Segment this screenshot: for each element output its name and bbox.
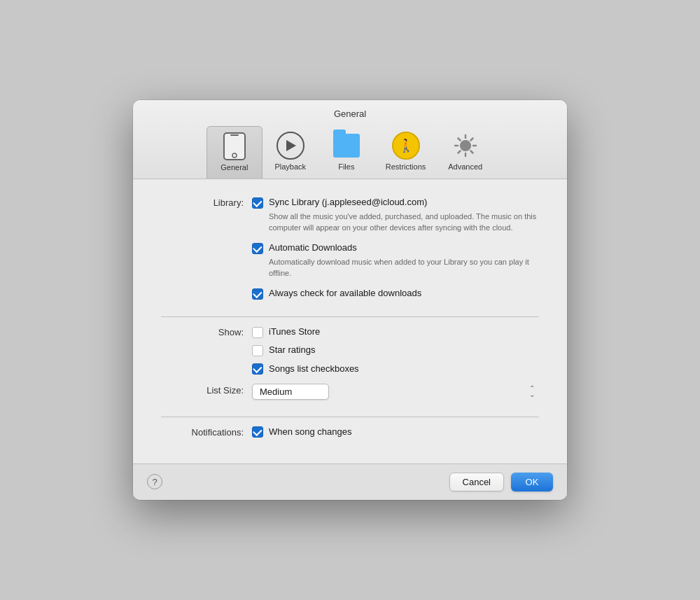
help-button[interactable]: ? (147, 474, 162, 489)
notifications-section: Notifications: When song changes (161, 426, 539, 447)
cancel-button[interactable]: Cancel (449, 473, 504, 491)
list-size-content: Small Medium Large (252, 384, 539, 400)
title-bar: General General Playback (133, 100, 567, 179)
tab-advanced-label: Advanced (448, 162, 482, 171)
show-section: Show: iTunes Store Star ratings (161, 326, 539, 408)
show-content: iTunes Store Star ratings Songs list che… (252, 326, 539, 375)
tab-files[interactable]: Files (318, 126, 374, 179)
songs-list-checkboxes-label: Songs list checkboxes (269, 363, 359, 375)
svg-line-9 (470, 151, 472, 153)
itunes-store-row: iTunes Store (252, 326, 539, 338)
list-size-select-wrapper: Small Medium Large (252, 384, 539, 400)
show-label: Show: (161, 326, 252, 337)
notifications-label: Notifications: (161, 426, 252, 438)
bottom-buttons: Cancel OK (449, 473, 553, 491)
svg-line-11 (458, 151, 460, 153)
show-field-row: Show: iTunes Store Star ratings (161, 326, 539, 375)
auto-downloads-row: Automatic Downloads (252, 242, 539, 254)
library-content: Sync Library (j.appleseed@icloud.com) Sh… (252, 196, 539, 300)
songs-list-checkboxes-checkbox[interactable] (252, 363, 263, 375)
when-song-changes-row: When song changes (252, 426, 539, 438)
when-song-changes-label: When song changes (269, 426, 352, 438)
itunes-store-checkbox[interactable] (252, 327, 263, 338)
tab-playback[interactable]: Playback (262, 126, 318, 179)
svg-point-3 (463, 143, 468, 148)
always-check-row: Always check for available downloads (252, 287, 539, 300)
auto-downloads-checkbox[interactable] (252, 243, 263, 254)
list-size-field-row: List Size: Small Medium Large (161, 384, 539, 400)
preferences-window: General General Playback (133, 100, 567, 500)
svg-rect-0 (224, 133, 245, 160)
sync-library-checkbox[interactable] (252, 197, 263, 209)
sync-library-row: Sync Library (j.appleseed@icloud.com) (252, 196, 539, 209)
restrictions-icon: 🚶 (392, 132, 420, 160)
divider-2 (161, 417, 539, 417)
sync-library-description: Show all the music you've added, purchas… (269, 211, 539, 233)
tab-general[interactable]: General (206, 126, 262, 179)
advanced-icon (451, 132, 479, 160)
list-size-label: List Size: (161, 384, 252, 396)
select-arrow-icon (529, 385, 535, 398)
library-label: Library: (161, 196, 252, 208)
playback-icon (276, 132, 304, 160)
tab-restrictions[interactable]: 🚶 Restrictions (374, 126, 437, 179)
auto-downloads-description: Automatically download music when added … (269, 257, 539, 279)
tab-files-label: Files (338, 162, 354, 171)
list-size-select[interactable]: Small Medium Large (252, 384, 329, 400)
library-field-row: Library: Sync Library (j.appleseed@iclou… (161, 196, 539, 300)
auto-downloads-label: Automatic Downloads (269, 242, 357, 254)
library-section: Library: Sync Library (j.appleseed@iclou… (161, 196, 539, 308)
divider-1 (161, 316, 539, 317)
tab-playback-label: Playback (274, 162, 306, 171)
toolbar: General Playback Files 🚶 (133, 126, 567, 179)
star-ratings-label: Star ratings (269, 344, 315, 356)
svg-line-8 (458, 139, 460, 141)
general-icon (220, 132, 248, 160)
when-song-changes-checkbox[interactable] (252, 426, 263, 438)
sync-library-label: Sync Library (j.appleseed@icloud.com) (269, 196, 427, 209)
notifications-content: When song changes (252, 426, 539, 438)
tab-advanced[interactable]: Advanced (437, 126, 493, 179)
svg-rect-1 (230, 134, 239, 136)
tab-restrictions-label: Restrictions (386, 162, 426, 171)
bottom-bar: ? Cancel OK (133, 463, 567, 500)
notifications-field-row: Notifications: When song changes (161, 426, 539, 438)
songs-list-checkboxes-row: Songs list checkboxes (252, 363, 539, 375)
tab-general-label: General (220, 163, 248, 172)
star-ratings-checkbox[interactable] (252, 345, 263, 356)
files-icon (332, 132, 360, 160)
always-check-label: Always check for available downloads (269, 287, 421, 300)
always-check-checkbox[interactable] (252, 288, 263, 300)
window-title: General (133, 109, 567, 119)
content-area: Library: Sync Library (j.appleseed@iclou… (133, 179, 567, 463)
svg-line-10 (470, 139, 472, 141)
star-ratings-row: Star ratings (252, 344, 539, 356)
itunes-store-label: iTunes Store (269, 326, 320, 338)
ok-button[interactable]: OK (511, 473, 553, 491)
